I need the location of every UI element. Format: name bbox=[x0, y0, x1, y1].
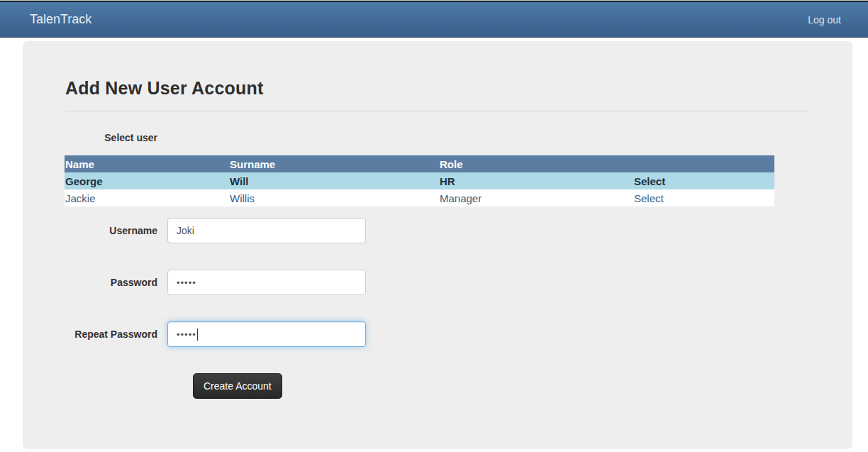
cell-role: HR bbox=[439, 172, 633, 189]
repeat-password-row: Repeat Password ••••• bbox=[65, 321, 810, 347]
cell-name: Jackie bbox=[65, 189, 229, 206]
repeat-password-dots: ••••• bbox=[177, 329, 196, 340]
select-user-label: Select user bbox=[65, 132, 157, 143]
new-account-form: Username Password Repeat Password ••••• … bbox=[65, 218, 810, 399]
table-row: Jackie Willis Manager Select bbox=[65, 189, 774, 206]
user-table: Name Surname Role George Will HR Select … bbox=[65, 155, 774, 206]
cell-surname: Will bbox=[229, 172, 439, 189]
main-card: Add New User Account Select user Name Su… bbox=[23, 41, 852, 449]
title-divider bbox=[65, 111, 810, 111]
username-label: Username bbox=[65, 218, 167, 243]
select-user-link[interactable]: Select bbox=[633, 172, 774, 189]
select-user-row: Select user bbox=[65, 132, 810, 143]
header-role: Role bbox=[439, 155, 633, 172]
submit-row: Create Account bbox=[193, 373, 810, 399]
header-select bbox=[633, 155, 774, 172]
username-row: Username bbox=[65, 218, 810, 243]
password-row: Password bbox=[65, 270, 810, 295]
header-surname: Surname bbox=[229, 155, 439, 172]
username-input[interactable] bbox=[167, 218, 366, 243]
password-label: Password bbox=[65, 270, 167, 295]
navbar: TalenTrack Log out bbox=[0, 1, 868, 38]
create-account-button[interactable]: Create Account bbox=[193, 373, 282, 399]
table-header-row: Name Surname Role bbox=[65, 155, 774, 172]
cell-role: Manager bbox=[439, 189, 633, 206]
header-name: Name bbox=[65, 155, 229, 172]
brand-title[interactable]: TalenTrack bbox=[30, 12, 91, 27]
cell-surname: Willis bbox=[229, 189, 439, 206]
select-user-link[interactable]: Select bbox=[633, 189, 774, 206]
text-cursor bbox=[197, 329, 198, 341]
logout-link[interactable]: Log out bbox=[808, 14, 841, 26]
page-title: Add New User Account bbox=[65, 78, 810, 99]
repeat-password-input[interactable]: ••••• bbox=[167, 321, 366, 347]
repeat-password-label: Repeat Password bbox=[65, 321, 167, 347]
password-input[interactable] bbox=[167, 270, 366, 295]
cell-name: George bbox=[65, 172, 229, 189]
table-row: George Will HR Select bbox=[65, 172, 774, 189]
